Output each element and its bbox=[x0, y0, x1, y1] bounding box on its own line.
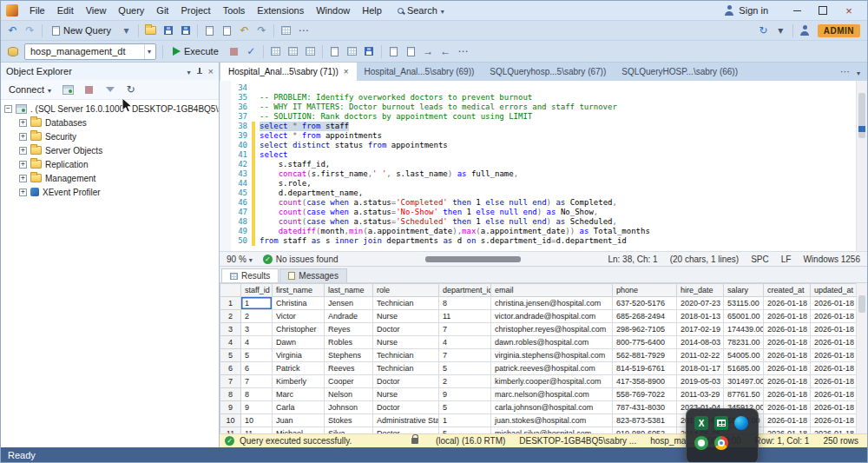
grid-vertical-scrollbar[interactable] bbox=[856, 283, 867, 433]
zoom-select[interactable]: 90 % bbox=[223, 255, 256, 264]
code-text[interactable]: -- SOLUTION: Rank doctors by appointment… bbox=[260, 112, 532, 122]
expand-icon[interactable] bbox=[19, 119, 27, 127]
grid-cell[interactable]: 2017-02-19 bbox=[677, 323, 724, 336]
grid-cell[interactable]: Michael bbox=[273, 427, 325, 434]
editor-vertical-scrollbar[interactable] bbox=[856, 81, 867, 251]
sql-editor[interactable]: 3435-- PROBLEM: Identify overworked doct… bbox=[220, 81, 867, 251]
grid-cell[interactable]: Juan bbox=[273, 414, 325, 427]
code-text[interactable]: concat(s.first_name,' ', s.last_name) as… bbox=[260, 169, 518, 179]
grid-cell[interactable]: 787-431-8030 bbox=[613, 401, 677, 414]
grid-cell[interactable]: 2011-02-22 bbox=[677, 349, 724, 362]
back-icon[interactable]: ↶ bbox=[4, 23, 21, 39]
grid-cell[interactable]: 11 bbox=[439, 310, 491, 323]
save-icon[interactable] bbox=[160, 23, 176, 39]
editor-tab-hospital-anal-5-sabry-69[interactable]: Hospital_Anal...5\sabry (69)) bbox=[357, 63, 483, 81]
grid-cell[interactable]: 5 bbox=[241, 349, 273, 362]
grid-cell[interactable]: 2026-01-18 bbox=[811, 427, 858, 434]
code-text[interactable]: -- WHY IT MATTERS: Doctor burnout leads … bbox=[260, 103, 617, 112]
more-commands-icon[interactable]: ⋯ bbox=[455, 43, 471, 60]
grid-cell[interactable]: 2026-01-18 bbox=[811, 401, 858, 414]
execute-button[interactable]: Execute bbox=[167, 43, 225, 60]
tree-item-server-objects[interactable]: Server Objects bbox=[1, 143, 219, 157]
menu-window[interactable]: Window bbox=[310, 3, 356, 17]
column-header-phone[interactable]: phone bbox=[613, 284, 677, 297]
grid-cell[interactable]: 2018-01-17 bbox=[677, 362, 724, 375]
menu-help[interactable]: Help bbox=[356, 3, 388, 17]
grid-cell[interactable]: Jensen bbox=[325, 297, 373, 310]
window-position-chevron-icon[interactable] bbox=[187, 66, 191, 76]
grid-cell[interactable]: 2026-01-18 bbox=[811, 323, 858, 336]
menu-project[interactable]: Project bbox=[174, 3, 216, 17]
grid-cell[interactable]: 2026-01-18 bbox=[811, 388, 858, 401]
grid-cell[interactable]: 2026-01-18 bbox=[811, 336, 858, 349]
row-header[interactable]: 6 bbox=[220, 362, 241, 375]
grid-cell[interactable]: Administrative Staff bbox=[373, 414, 439, 427]
grid-cell[interactable]: 8 bbox=[439, 297, 491, 310]
grid-cell[interactable]: 2026-01-18 bbox=[764, 349, 811, 362]
grid-cell[interactable]: Carla bbox=[273, 401, 325, 414]
grid-cell[interactable]: 53115.00 bbox=[724, 297, 764, 310]
undo-icon[interactable]: ↶ bbox=[236, 23, 253, 39]
grid-cell[interactable]: victor.andrade@hospital.com bbox=[491, 310, 613, 323]
grid-cell[interactable]: 65001.00 bbox=[724, 310, 764, 323]
grid-cell[interactable]: Doctor bbox=[373, 375, 439, 388]
live-stats-icon[interactable] bbox=[302, 43, 319, 60]
tree-item-xevent-profiler[interactable]: XEvent Profiler bbox=[1, 185, 219, 199]
open-file-icon[interactable] bbox=[142, 23, 159, 39]
grid-cell[interactable]: 637-520-5176 bbox=[613, 297, 677, 310]
grid-cell[interactable]: dawn.robles@hospital.com bbox=[491, 336, 613, 349]
code-text[interactable]: select * from appointments bbox=[260, 131, 382, 141]
grid-cell[interactable]: Nurse bbox=[373, 336, 439, 349]
row-header[interactable]: 11 bbox=[220, 427, 241, 434]
outdent-icon[interactable]: ← bbox=[437, 43, 454, 60]
grid-cell[interactable]: 800-775-6400 bbox=[613, 336, 677, 349]
expand-icon[interactable] bbox=[19, 189, 27, 196]
tree-item-databases[interactable]: Databases bbox=[1, 116, 219, 129]
grid-cell[interactable]: 2026-01-18 bbox=[764, 427, 811, 434]
grid-cell[interactable]: 87761.50 bbox=[724, 388, 764, 401]
tab-messages[interactable]: Messages bbox=[279, 268, 347, 282]
new-query-button[interactable]: New Query bbox=[46, 23, 117, 39]
column-header-staff-id[interactable]: staff_id bbox=[241, 284, 273, 297]
more-tabs-icon[interactable]: ⋯ bbox=[840, 66, 850, 77]
maximize-button[interactable] bbox=[810, 2, 836, 19]
grid-cell[interactable]: 2026-01-18 bbox=[811, 414, 858, 427]
disconnect-icon[interactable] bbox=[60, 82, 76, 98]
grid-cell[interactable]: Silva bbox=[325, 427, 373, 434]
tree-item-replication[interactable]: Replication bbox=[1, 157, 219, 171]
grid-cell[interactable]: 51685.00 bbox=[724, 362, 764, 375]
row-header[interactable]: 3 bbox=[220, 323, 241, 336]
grid-cell[interactable]: 2026-01-18 bbox=[811, 310, 858, 323]
grid-cell[interactable]: 562-881-7929 bbox=[613, 349, 677, 362]
grid-cell[interactable]: 558-769-7022 bbox=[613, 388, 677, 401]
scrollbar-thumb[interactable] bbox=[425, 256, 521, 262]
grid-cell[interactable]: 78231.00 bbox=[724, 336, 764, 349]
editor-tab-sqlqueryhosp-sabry-66[interactable]: SQLQueryHOSP...\sabry (66)) bbox=[614, 63, 746, 81]
editor-horizontal-scrollbar[interactable] bbox=[354, 255, 593, 263]
grid-cell[interactable]: 7 bbox=[241, 375, 273, 388]
paste-icon[interactable] bbox=[219, 23, 235, 39]
user-icon[interactable] bbox=[797, 23, 813, 39]
tab-results[interactable]: Results bbox=[221, 268, 279, 282]
results-to-file-icon[interactable] bbox=[361, 43, 378, 60]
grid-cell[interactable]: Christopher bbox=[273, 323, 325, 336]
grid-cell[interactable]: 2026-01-18 bbox=[764, 310, 811, 323]
close-button[interactable] bbox=[836, 2, 862, 19]
connect-button[interactable]: Connect bbox=[4, 83, 56, 96]
editor-tab-hospital-anal-5-sabry-71[interactable]: Hospital_Anal...5\sabry (71)) bbox=[220, 63, 357, 81]
grid-cell[interactable]: 2018-01-13 bbox=[677, 310, 724, 323]
code-text[interactable]: from staff as s inner join departments a… bbox=[260, 236, 627, 246]
column-header-updated-at[interactable]: updated_at bbox=[811, 284, 858, 297]
grid-cell[interactable]: 8 bbox=[241, 388, 273, 401]
grid-cell[interactable]: michael.silva@hospital.com bbox=[491, 427, 613, 434]
grid-cell[interactable]: 4 bbox=[439, 336, 491, 349]
column-header-hire-date[interactable]: hire_date bbox=[677, 284, 724, 297]
tree-root-server[interactable]: . (SQL Server 16.0.1000 - DESKTOP-1GB4BQ… bbox=[1, 102, 219, 116]
grid-cell[interactable]: 2 bbox=[241, 310, 273, 323]
grid-cell[interactable]: Johnson bbox=[325, 401, 373, 414]
grid-cell[interactable]: Doctor bbox=[373, 323, 439, 336]
grid-cell[interactable]: 2026-01-18 bbox=[811, 375, 858, 388]
close-tab-icon[interactable] bbox=[344, 67, 349, 76]
code-text[interactable]: count(case when a.status='No-Show' then … bbox=[260, 208, 598, 217]
expand-icon[interactable] bbox=[19, 147, 27, 155]
